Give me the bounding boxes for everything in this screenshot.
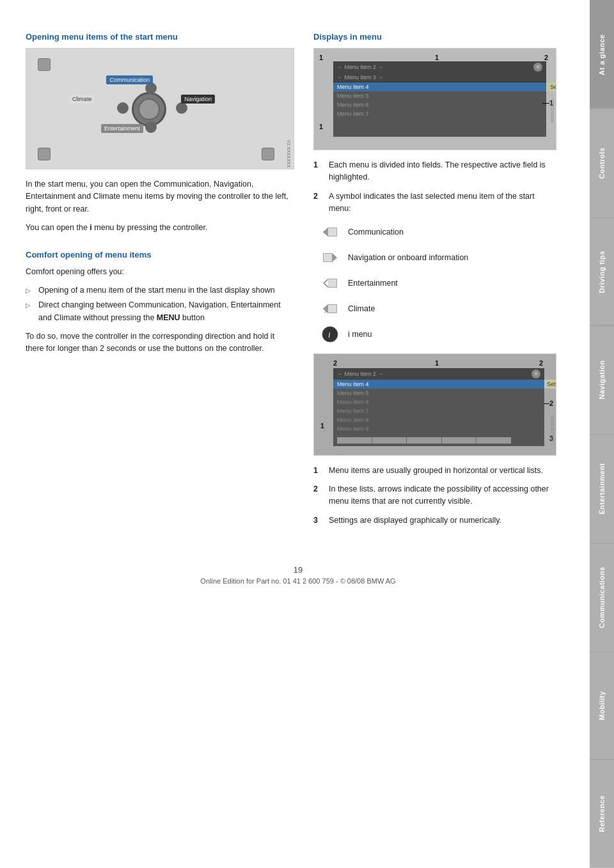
menu-item-3-arrow: ← Menu item 3 → — [333, 73, 546, 82]
sidebar-tab-at-a-glance[interactable]: At a glance — [590, 0, 614, 109]
menu-item-7: Menu item 7 — [333, 109, 546, 118]
svg-marker-1 — [324, 228, 328, 236]
bdiag-num-1: 1 — [435, 359, 439, 367]
page-footer: 19 Online Edition for Part no. 01 41 2 6… — [26, 559, 571, 585]
num-b2: 2 — [313, 483, 324, 508]
imenu-symbol: i — [320, 324, 340, 345]
comfort-intro: Comfort opening offers you: — [26, 266, 294, 278]
menu-item-4-highlight: Menu item 4 Settings — [333, 82, 546, 91]
b-settings-icon: ⚙ — [531, 369, 540, 378]
heading-comfort-opening: Comfort opening of menu items — [26, 250, 294, 260]
b-settings-box: Settings — [544, 380, 556, 389]
numbered-item-2: 2 A symbol indicates the last selected m… — [313, 190, 556, 215]
numbered-item-b1: 1 Menu items are usually grouped in hori… — [313, 465, 556, 477]
svg-marker-7 — [328, 279, 336, 287]
b-menu-item-8: Menu item 8 — [333, 415, 544, 424]
text-2: A symbol indicates the last selected men… — [329, 190, 556, 215]
sidebar: At a glance Controls Driving tips Naviga… — [590, 0, 614, 868]
b-menu-item-2-arrow: ← Menu item 2 → — [337, 371, 384, 377]
num-2: 2 — [313, 190, 324, 215]
scroll-seg-1 — [337, 437, 372, 444]
body-text-2: You can open the i menu by pressing the … — [26, 222, 294, 234]
symbol-list: Communication Navigation or onboard info… — [320, 222, 556, 345]
comm-symbol — [320, 222, 340, 242]
main-content: Opening menu items of the start menu Nav… — [0, 0, 590, 868]
scroll-seg-3 — [407, 437, 442, 444]
settings-icon: ⚙ — [533, 63, 542, 72]
body-text-1: In the start menu, you can open the Comm… — [26, 178, 294, 215]
ent-label-text: Entertainment — [348, 279, 398, 288]
svg-marker-2 — [328, 228, 336, 236]
clim-symbol — [320, 298, 340, 319]
diag-num-1b: 1 — [435, 54, 439, 61]
menu-bold: MENU — [157, 313, 180, 322]
sidebar-tab-reference[interactable]: Reference — [590, 759, 614, 868]
page-number: 19 — [26, 565, 571, 575]
right-diagram-watermark: C0E1H1NN — [550, 99, 555, 123]
nav-label: Navigation — [181, 95, 215, 104]
diag-num-bottom-1: 1 — [319, 123, 323, 130]
ent-symbol — [320, 273, 340, 293]
sidebar-tab-entertainment[interactable]: Entertainment — [590, 434, 614, 543]
top-menu-diagram: 1 1 2 1 ← Menu item 2 → ⚙ ← Menu item 3 … — [313, 48, 556, 150]
diag-num-1a: 1 — [319, 54, 323, 61]
bottom-diagram-watermark: Y304-WT56R — [550, 415, 555, 442]
nav-label-text: Navigation or onboard information — [348, 253, 468, 262]
text-1: Each menu is divided into fields. The re… — [329, 159, 556, 184]
two-column-layout: Opening menu items of the start menu Nav… — [26, 32, 571, 533]
symbol-item-climate: Climate — [320, 298, 556, 319]
diag-num-2: 2 — [544, 54, 548, 61]
numbered-item-b3: 3 Settings are displayed graphically or … — [313, 515, 556, 527]
bdiag-num-2b: 2 — [539, 359, 543, 367]
b-menu-item-6: Menu item 6 — [333, 398, 544, 407]
btn-top-left — [38, 58, 51, 71]
ctrl-arrow-top — [145, 82, 157, 94]
sidebar-tab-mobility[interactable]: Mobility — [590, 651, 614, 760]
diagram-watermark: V2 XXXXXXX — [287, 140, 291, 167]
sidebar-tab-communications[interactable]: Communications — [590, 543, 614, 651]
svg-marker-10 — [328, 305, 336, 313]
entertainment-label: Entertainment — [101, 124, 143, 133]
bdiag-num-left-1: 1 — [320, 422, 324, 430]
comm-label-text: Communication — [348, 228, 404, 236]
numbered-item-b2: 2 In these lists, arrows indicate the po… — [313, 483, 556, 508]
comm-label: Communication — [106, 75, 153, 84]
sidebar-tab-navigation[interactable]: Navigation — [590, 325, 614, 434]
symbol-item-entertainment: Entertainment — [320, 273, 556, 293]
bullet-item-2: Direct changing between Communication, N… — [26, 299, 294, 324]
ctrl-arrow-left — [117, 102, 129, 114]
btn-bottom-right — [262, 148, 274, 160]
body-text-3: To do so, move the controller in the cor… — [26, 330, 294, 355]
ctrl-arrow-right — [176, 102, 187, 114]
clim-label-text: Climate — [348, 304, 375, 313]
svg-marker-5 — [324, 254, 332, 261]
bdiag-num-2a: 2 — [333, 359, 337, 367]
bottom-screen: ← Menu item 2 → ⚙ Menu item 4 Settings M… — [333, 368, 544, 446]
symbol-item-imenu: i i menu — [320, 324, 556, 345]
scroll-seg-4 — [442, 437, 477, 444]
left-column: Opening menu items of the start menu Nav… — [26, 32, 294, 533]
b-menu-item-9: Menu item 9 — [333, 424, 544, 433]
numbered-item-1: 1 Each menu is divided into fields. The … — [313, 159, 556, 184]
b-menu-item-5: Menu item 5 — [333, 389, 544, 398]
bullet-item-1: Opening of a menu item of the start menu… — [26, 284, 294, 297]
settings-box: Settings — [546, 82, 556, 91]
sidebar-tab-controls[interactable]: Controls — [590, 109, 614, 217]
menu-item-2-arrow: ← Menu item 2 → — [337, 64, 384, 70]
menu-item-6: Menu item 6 — [333, 100, 546, 109]
sidebar-tab-driving-tips[interactable]: Driving tips — [590, 217, 614, 326]
heading-opening-menu: Opening menu items of the start menu — [26, 32, 294, 42]
svg-text:i: i — [328, 330, 331, 339]
symbol-item-navigation: Navigation or onboard information — [320, 247, 556, 268]
right-column: Displays in menu 1 1 2 1 ← Menu item 2 →… — [313, 32, 556, 533]
menu-item-5: Menu item 5 — [333, 91, 546, 100]
copyright-text: Online Edition for Part no. 01 41 2 600 … — [26, 577, 571, 585]
controller-diagram: Navigation Climate Communication Enterta… — [26, 48, 294, 169]
text-b2: In these lists, arrows indicate the poss… — [329, 483, 556, 508]
text-b1: Menu items are usually grouped in horizo… — [329, 465, 543, 477]
scroll-seg-5 — [476, 437, 511, 444]
text-b3: Settings are displayed graphically or nu… — [329, 515, 501, 527]
scroll-seg-2 — [372, 437, 407, 444]
scroll-bar — [337, 437, 511, 444]
symbol-item-communication: Communication — [320, 222, 556, 242]
